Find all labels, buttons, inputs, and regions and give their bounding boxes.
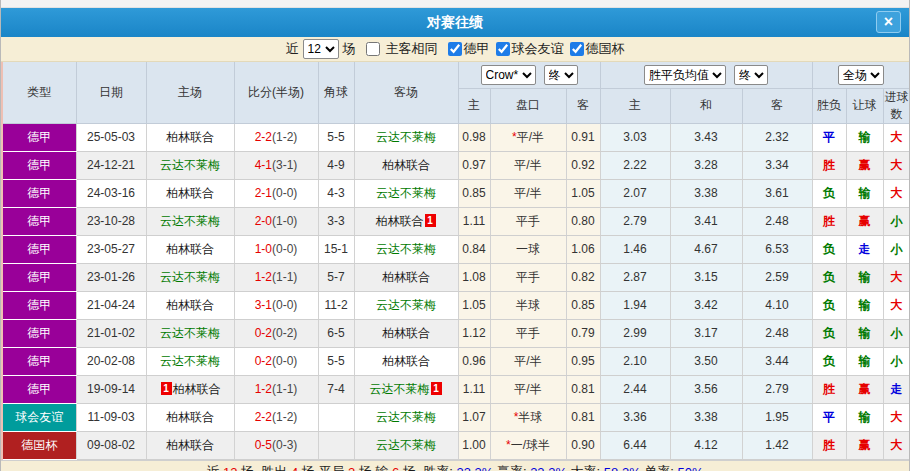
subheader-result: 胜负: [812, 88, 846, 123]
away-team-cell: 云达不莱梅: [354, 403, 458, 431]
avg-away-odds: 4.10: [742, 291, 812, 319]
odds-source-select[interactable]: Crow*: [481, 65, 536, 85]
away-team-name: 云达不莱梅: [376, 298, 436, 312]
score-cell: 0-2(0-2): [234, 319, 318, 347]
avg-away-odds: 1.42: [742, 431, 812, 459]
odds-controls-cell: Crow* 终: [458, 62, 600, 88]
avg-draw-odds: 3.42: [670, 291, 742, 319]
summary-segment: 场, 胜出: [238, 463, 291, 471]
handicap-line: 一/球半: [511, 438, 550, 452]
result-cell: 平: [812, 403, 846, 431]
goals-result-cell: 小: [883, 319, 910, 347]
home-team-name: 云达不莱梅: [160, 270, 220, 284]
league-filter-德甲[interactable]: 德甲: [442, 40, 490, 58]
avg-away-odds: 2.59: [742, 263, 812, 291]
subheader-avg-draw: 和: [670, 88, 742, 123]
table-row: 德甲 23-10-28 云达不莱梅 2-0(1-0) 3-3 柏林联合1 1.1…: [2, 207, 910, 235]
scope-controls-cell: 全场: [812, 62, 910, 88]
subheader-avg-home: 主: [600, 88, 670, 123]
avg-away-odds: 3.61: [742, 179, 812, 207]
table-row: 德甲 19-09-14 1柏林联合 1-2(1-1) 7-4 云达不莱梅1 1.…: [2, 375, 910, 403]
table-row: 德甲 20-02-08 云达不莱梅 0-2(0-0) 5-5 柏林联合 0.96…: [2, 347, 910, 375]
handicap-cell: 平/半: [490, 179, 566, 207]
odds-away: 1.05: [566, 179, 600, 207]
away-team-cell: 云达不莱梅: [354, 291, 458, 319]
avg-home-odds: 2.44: [600, 375, 670, 403]
handicap-line: 平/半: [514, 354, 541, 368]
avg-state-select[interactable]: 终: [734, 65, 768, 85]
score-cell: 2-0(1-0): [234, 207, 318, 235]
odds-away: 0.85: [566, 291, 600, 319]
same-venue-label: 主客相同: [386, 40, 438, 58]
avg-type-select[interactable]: 胜平负均值: [644, 65, 726, 85]
goals-result-cell: 大: [883, 263, 910, 291]
handicap-result-cell: 输: [846, 403, 883, 431]
summary-segment: 赢率:: [493, 463, 530, 471]
halftime-score: (0-3): [272, 438, 297, 452]
close-button[interactable]: ×: [876, 11, 901, 33]
handicap-result-cell: 输: [846, 263, 883, 291]
score-cell: 2-1(0-0): [234, 179, 318, 207]
home-team-cell: 1柏林联合: [146, 375, 234, 403]
odds-home: 0.96: [458, 347, 490, 375]
score-cell: 0-5(0-3): [234, 431, 318, 459]
handicap-result-cell: 赢: [846, 375, 883, 403]
avg-draw-odds: 3.50: [670, 347, 742, 375]
match-date: 20-02-08: [76, 347, 146, 375]
home-team-name: 柏林联合: [173, 382, 221, 396]
league-badge: 德甲: [2, 235, 76, 263]
col-header-score: 比分(半场): [234, 62, 318, 123]
league-checkbox[interactable]: [448, 42, 462, 56]
score-cell: 1-2(1-1): [234, 375, 318, 403]
home-team-name: 柏林联合: [166, 130, 214, 144]
handicap-result-cell: 赢: [846, 207, 883, 235]
summary-segment: 大率:: [567, 463, 604, 471]
league-filter-球会友谊[interactable]: 球会友谊: [490, 40, 564, 58]
avg-draw-odds: 3.38: [670, 403, 742, 431]
handicap-line: 平/半: [514, 158, 541, 172]
league-badge: 德甲: [2, 123, 76, 151]
league-checkbox[interactable]: [570, 42, 584, 56]
away-team-name: 柏林联合: [382, 158, 430, 172]
fulltime-score: 0-2: [255, 326, 272, 340]
goals-result-cell: 小: [883, 207, 910, 235]
summary-segment: 场, 胜率:: [399, 463, 456, 471]
goals-result-cell: 大: [883, 431, 910, 459]
home-team-cell: 云达不莱梅: [146, 151, 234, 179]
away-team-name: 云达不莱梅: [370, 382, 430, 396]
goals-result-cell: 走: [883, 375, 910, 403]
league-filter-group: 德甲球会友谊德国杯: [442, 40, 625, 58]
halftime-score: (3-1): [272, 158, 297, 172]
fulltime-score: 2-0: [255, 214, 272, 228]
match-date: 23-05-27: [76, 235, 146, 263]
avg-home-odds: 2.22: [600, 151, 670, 179]
home-team-name: 柏林联合: [166, 186, 214, 200]
goals-result-cell: 大: [883, 151, 910, 179]
odds-state-select[interactable]: 终: [544, 65, 578, 85]
handicap-line: 平/半: [514, 382, 541, 396]
summary-segment: 58.3%: [604, 465, 641, 471]
home-team-name: 云达不莱梅: [160, 326, 220, 340]
league-badge: 德甲: [2, 207, 76, 235]
same-venue-checkbox[interactable]: [366, 42, 380, 56]
corner-cell: [318, 431, 354, 459]
handicap-cell: 平手: [490, 319, 566, 347]
halftime-score: (1-1): [272, 270, 297, 284]
league-badge: 球会友谊: [2, 403, 76, 431]
halftime-score: (1-2): [272, 410, 297, 424]
subheader-odds-home: 主: [458, 88, 490, 123]
away-team-cell: 柏林联合1: [354, 207, 458, 235]
scope-select[interactable]: 全场: [838, 65, 884, 85]
subheader-handicap-result: 让球: [846, 88, 883, 123]
home-team-cell: 云达不莱梅: [146, 319, 234, 347]
match-count-select[interactable]: 12: [303, 39, 339, 59]
league-checkbox[interactable]: [496, 42, 510, 56]
match-date: 09-08-02: [76, 431, 146, 459]
summary-segment: 50%: [678, 465, 704, 471]
result-cell: 胜: [812, 431, 846, 459]
subheader-odds-away: 客: [566, 88, 600, 123]
avg-draw-odds: 3.56: [670, 375, 742, 403]
result-cell: 平: [812, 123, 846, 151]
league-filter-德国杯[interactable]: 德国杯: [564, 40, 625, 58]
league-badge: 德甲: [2, 263, 76, 291]
